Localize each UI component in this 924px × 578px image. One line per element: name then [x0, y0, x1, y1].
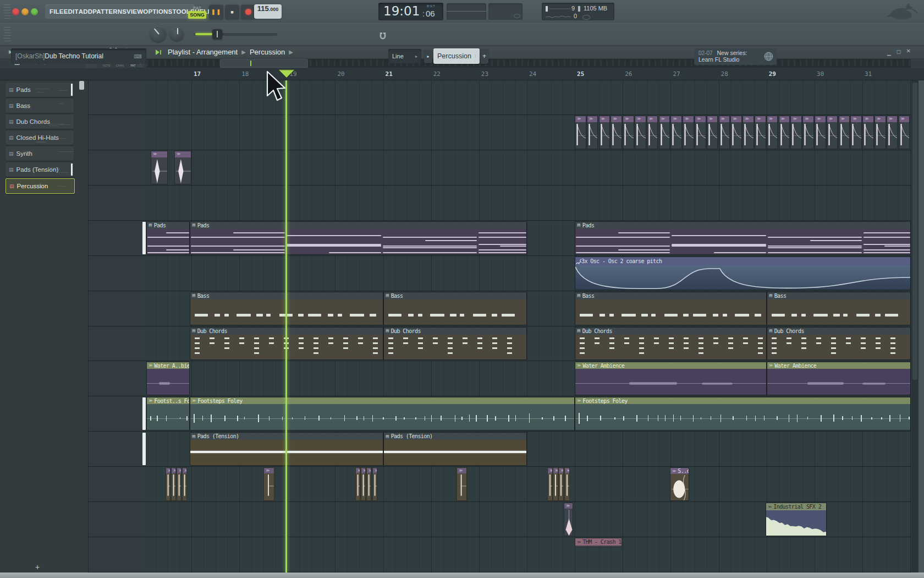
- drum-audio-clip[interactable]: ≫: [719, 116, 730, 149]
- drum-audio-clip[interactable]: ≫: [755, 116, 766, 149]
- fxhit-clip[interactable]: ≫: [171, 467, 176, 501]
- preview-play-icon[interactable]: [155, 47, 163, 57]
- bass-clip[interactable]: ▤Bass: [767, 292, 911, 325]
- fxhit-clip[interactable]: ≫: [263, 467, 274, 501]
- pattern-nav-button[interactable]: ▸: [424, 49, 432, 63]
- window-grip[interactable]: [4, 4, 10, 19]
- fxhit-clip[interactable]: ≫: [361, 467, 366, 501]
- stop-button[interactable]: ■: [225, 4, 239, 19]
- pattern-list-item-pads[interactable]: ▤Pads: [6, 83, 74, 97]
- drum-audio-clip[interactable]: ≫: [707, 116, 718, 149]
- pattern-list-item-closed-hi-hats[interactable]: ▤Closed Hi-Hats: [6, 130, 74, 145]
- drum-audio-clip[interactable]: ≫: [899, 116, 910, 149]
- menu-item-add[interactable]: ADD: [79, 8, 93, 15]
- drum-audio-clip[interactable]: ≫: [730, 116, 742, 149]
- fxhit-clip[interactable]: ≫: [166, 467, 170, 501]
- footst-s-foley-clip[interactable]: ≫Footst..s Foley: [146, 397, 190, 430]
- add-pattern-list-button[interactable]: +: [35, 563, 40, 571]
- drum-audio-clip[interactable]: ≫: [683, 116, 694, 149]
- drum-audio-clip[interactable]: ≫: [862, 116, 874, 149]
- project-title-field[interactable]: [OskarSh] Dub Techno Tutorial ⌨: [11, 48, 146, 64]
- fxhit-clip[interactable]: ≫: [366, 467, 371, 501]
- pattern-list-item-synth[interactable]: ▤Synth: [6, 146, 74, 161]
- playhead-line[interactable]: [285, 80, 287, 572]
- playlist-breadcrumb[interactable]: Playlist - Arrangement: [168, 48, 238, 56]
- drum-audio-clip[interactable]: ≫: [670, 116, 682, 149]
- pattern-list-item-dub-chords[interactable]: ▤Dub Chords: [6, 114, 74, 129]
- maximize-window-button[interactable]: [31, 8, 38, 15]
- footsteps-foley-clip[interactable]: ≫Footsteps Foley: [190, 397, 575, 430]
- drum-audio-clip[interactable]: ≫: [827, 116, 838, 149]
- 3x-osc-osc-2-coarse-pitch-clip[interactable]: 3x Osc - Osc 2 coarse pitch: [575, 257, 911, 290]
- drum-audio-clip[interactable]: ≫: [887, 116, 898, 149]
- water-ambience-clip[interactable]: ≫Water Ambience: [575, 362, 767, 395]
- menu-item-edit[interactable]: EDIT: [64, 8, 79, 15]
- drum-audio-clip[interactable]: ≫: [659, 116, 670, 149]
- maximize-playlist-icon[interactable]: ▢: [896, 49, 901, 54]
- menu-item-options[interactable]: OPTIONS: [143, 8, 172, 15]
- drum-audio-clip[interactable]: ≫: [599, 116, 610, 149]
- master-pitch-knob[interactable]: [170, 27, 184, 41]
- pat-song-toggle[interactable]: PAT SONG: [188, 4, 206, 19]
- s-ck-clip[interactable]: ≫S..ck: [670, 467, 689, 501]
- shuffle-slider[interactable]: [194, 33, 277, 36]
- clap-clip[interactable]: ≫: [174, 151, 191, 184]
- song-mode-label[interactable]: SONG: [188, 11, 206, 19]
- fxhit-clip[interactable]: ≫: [558, 467, 564, 501]
- globe-icon[interactable]: [764, 52, 773, 61]
- snap-selector[interactable]: Line ▸: [388, 49, 421, 63]
- time-display[interactable]: 19:01 : 06 B:S:T: [378, 3, 443, 20]
- minimize-playlist-icon[interactable]: ▁: [887, 50, 891, 56]
- thm-crash-10-clip[interactable]: ≫THM - Crash 10: [575, 538, 622, 547]
- clap-clip[interactable]: ≫: [151, 151, 168, 184]
- drum-audio-clip[interactable]: ≫: [647, 116, 658, 149]
- fxhit-clip[interactable]: ≫: [372, 467, 377, 501]
- pattern-list-item-pads-tension-[interactable]: ▤Pads (Tension): [6, 162, 74, 177]
- drum-audio-clip[interactable]: ≫: [695, 116, 706, 149]
- pause-button[interactable]: ❚❚: [209, 4, 223, 19]
- bottom-window-edge[interactable]: [0, 572, 924, 578]
- drum-audio-clip[interactable]: ≫: [767, 116, 778, 149]
- drum-audio-clip[interactable]: ≫: [635, 116, 646, 149]
- pat-mode-label[interactable]: PAT: [188, 4, 206, 11]
- pads-clip[interactable]: ▤Pads: [146, 221, 190, 255]
- riser-clip[interactable]: ≫: [564, 503, 573, 536]
- news-panel[interactable]: 02-07 New series: Learn FL Studio: [694, 48, 777, 65]
- menu-item-view[interactable]: VIEW: [127, 8, 143, 15]
- fxhit-clip[interactable]: ≫: [177, 467, 182, 501]
- drum-audio-clip[interactable]: ≫: [587, 116, 598, 149]
- dub-chords-clip[interactable]: ▤Dub Chords: [767, 327, 911, 361]
- menu-item-file[interactable]: FILE: [50, 8, 64, 15]
- fxhit-clip[interactable]: ≫: [457, 467, 467, 501]
- master-volume-knob[interactable]: [150, 26, 166, 42]
- drum-audio-clip[interactable]: ≫: [875, 116, 886, 149]
- bass-clip[interactable]: ▤Bass: [383, 292, 527, 325]
- drum-audio-clip[interactable]: ≫: [623, 116, 634, 149]
- drum-audio-clip[interactable]: ≫: [790, 116, 802, 149]
- playlist-breadcrumb-pattern[interactable]: Percussion: [250, 48, 285, 56]
- dub-chords-clip[interactable]: ▤Dub Chords: [575, 327, 767, 361]
- pattern-list-item-percussion[interactable]: ▤Percussion: [6, 178, 75, 194]
- oscilloscope-left[interactable]: [447, 3, 486, 20]
- fxhit-clip[interactable]: ≫: [547, 467, 553, 501]
- menu-item-patterns[interactable]: PATTERNS: [92, 8, 127, 15]
- fxhit-clip[interactable]: ≫: [182, 467, 187, 501]
- record-button[interactable]: [241, 4, 255, 19]
- oscilloscope-right[interactable]: [488, 3, 522, 20]
- fxhit-clip[interactable]: ≫: [553, 467, 558, 501]
- scrollbar-thumb[interactable]: [220, 59, 308, 68]
- drum-audio-clip[interactable]: ≫: [575, 116, 586, 149]
- timeline-scrollbar[interactable]: [146, 59, 911, 68]
- tempo-display[interactable]: 115.000: [254, 4, 282, 19]
- water-a-bience-clip[interactable]: ≫Water A..bience: [146, 362, 190, 395]
- drum-audio-clip[interactable]: ≫: [815, 116, 826, 149]
- timeline-ruler[interactable]: 171819202122232425262728293031: [0, 68, 924, 80]
- industrial-sfx-2-clip[interactable]: ≫Industrial SFX 2: [766, 503, 827, 536]
- vertical-scrollbar[interactable]: [911, 80, 919, 572]
- drum-audio-clip[interactable]: ≫: [743, 116, 754, 149]
- drum-audio-clip[interactable]: ≫: [850, 116, 862, 149]
- panel-scrollbar-thumb[interactable]: [79, 81, 84, 90]
- pattern-selector[interactable]: Percussion ∶: [433, 48, 480, 64]
- pads-clip[interactable]: ▤Pads: [575, 221, 911, 255]
- dub-chords-clip[interactable]: ▤Dub Chords: [383, 327, 527, 361]
